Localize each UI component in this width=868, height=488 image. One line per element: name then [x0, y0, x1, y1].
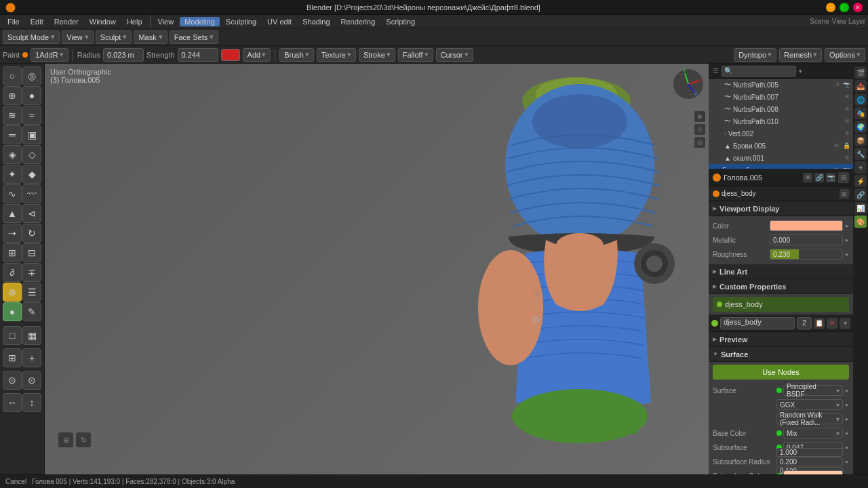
- tool-active[interactable]: ●: [3, 302, 22, 321]
- cancel-btn[interactable]: Cancel: [5, 478, 26, 485]
- tool-extra2[interactable]: ⊙: [22, 371, 41, 390]
- tool-pose[interactable]: ⊲: [22, 204, 41, 223]
- viewport-icon-3[interactable]: ◎: [694, 137, 705, 148]
- radius-r-val[interactable]: 1.000: [776, 448, 843, 457]
- subsurface-color-swatch[interactable]: [783, 470, 843, 474]
- tool-simplify[interactable]: ⊗: [3, 283, 22, 302]
- stroke-dropdown[interactable]: Stroke ▾: [359, 48, 395, 62]
- viewport-icon-1[interactable]: ⊕: [694, 111, 705, 122]
- outliner-item-nurbspath010[interactable]: 〜 NurbsPath.010 👁: [709, 115, 853, 127]
- mat-menu-btn[interactable]: ▾: [840, 318, 850, 329]
- tool-annotate[interactable]: □: [3, 326, 22, 345]
- eye-icon-6[interactable]: 👁: [833, 142, 840, 149]
- prop-icon-scene[interactable]: 🎭: [854, 107, 867, 119]
- expand-btn[interactable]: ⊞: [838, 172, 849, 183]
- obj-eye-btn[interactable]: 👁: [803, 173, 812, 182]
- outliner-item-nurbspath008[interactable]: 〜 NurbsPath.008 👁: [709, 103, 853, 115]
- color-expand[interactable]: ▸: [846, 222, 849, 229]
- menu-help[interactable]: Help: [122, 17, 147, 26]
- tool-multiplane[interactable]: ◇: [22, 145, 41, 164]
- viewport-display-header[interactable]: ▶ Viewport Display: [709, 201, 853, 216]
- use-nodes-button[interactable]: Use Nodes: [713, 365, 849, 380]
- tool-pinch[interactable]: ✦: [3, 165, 22, 184]
- obj-link-btn[interactable]: 🔗: [814, 173, 824, 182]
- add-r-dropdown[interactable]: 1AddR ▾: [31, 48, 68, 62]
- prop-icon-object[interactable]: 📦: [854, 134, 867, 146]
- prop-icon-world[interactable]: 🌍: [854, 121, 867, 133]
- eye-icon-7[interactable]: 👁: [844, 155, 850, 161]
- preview-header[interactable]: ▶ Preview: [709, 332, 853, 347]
- mat-copy-btn[interactable]: 📋: [814, 318, 825, 329]
- tool-move2[interactable]: ↕: [22, 393, 41, 412]
- outliner-item-nurbspath005[interactable]: 〜 NurbsPath.005 👁 📷: [709, 79, 853, 91]
- tool-move[interactable]: ↔: [3, 393, 22, 412]
- tool-rotate[interactable]: ↻: [22, 224, 41, 243]
- line-art-header[interactable]: ▶ Line Art: [709, 264, 853, 279]
- brush-dropdown[interactable]: Brush ▾: [279, 48, 314, 62]
- eye-icon-4[interactable]: 👁: [844, 118, 850, 125]
- bc-expand[interactable]: ▸: [846, 430, 849, 436]
- options-dropdown[interactable]: Options ▾: [825, 48, 865, 62]
- menu-scripting[interactable]: Scripting: [381, 17, 420, 26]
- menu-window[interactable]: Window: [85, 17, 121, 26]
- surface-header[interactable]: ▼ Surface: [709, 347, 853, 362]
- tool-view[interactable]: ⊞: [3, 348, 22, 367]
- ggx-dropdown[interactable]: GGX ▾: [776, 399, 843, 410]
- tool-boundary[interactable]: ∂: [3, 263, 22, 282]
- viewport[interactable]: User Orthographic (3) Голова.005: [45, 64, 709, 474]
- tool-scrape[interactable]: ◈: [3, 145, 22, 164]
- subs-expand[interactable]: ▸: [846, 444, 849, 451]
- camera-icon[interactable]: 📷: [843, 81, 850, 88]
- tool-annotate-line[interactable]: ▦: [22, 326, 41, 345]
- viewport-icon-2[interactable]: ⊙: [694, 124, 705, 135]
- sr-expand[interactable]: ▸: [846, 458, 849, 465]
- material-slot[interactable]: djess_body: [713, 297, 849, 312]
- prop-icon-physics[interactable]: ⚡: [854, 175, 867, 187]
- eye-icon[interactable]: 👁: [835, 81, 841, 88]
- menu-uv[interactable]: UV edit: [262, 17, 296, 26]
- menu-file[interactable]: File: [3, 17, 24, 26]
- prop-icon-modifier[interactable]: 🔧: [854, 148, 867, 160]
- menu-rendering[interactable]: Rendering: [336, 17, 380, 26]
- base-color-dropdown[interactable]: Mix ▾: [783, 428, 843, 439]
- radius-g-val[interactable]: 0.200: [776, 458, 843, 466]
- menu-sculpting[interactable]: Sculpting: [221, 17, 261, 26]
- gizmo-move[interactable]: ⊕: [58, 432, 73, 447]
- sculpt-mode-dropdown[interactable]: Sculpt Mode ▾: [3, 30, 60, 44]
- ggx-expand[interactable]: ▸: [846, 401, 849, 408]
- minimize-button[interactable]: ─: [826, 3, 835, 12]
- close-button[interactable]: ✕: [853, 3, 863, 12]
- sculpt-dropdown[interactable]: Sculpt ▾: [96, 30, 132, 44]
- outliner-item-brovi005[interactable]: ▲ Брови.005 👁 🔒: [709, 140, 853, 152]
- prop-icon-data[interactable]: 📊: [854, 202, 867, 214]
- metallic-expand[interactable]: ▸: [846, 237, 849, 243]
- menu-render[interactable]: Render: [50, 17, 83, 26]
- mask-dropdown[interactable]: Mask ▾: [134, 30, 167, 44]
- tool-cloth[interactable]: ∓: [22, 263, 41, 282]
- outliner-item-nurbspath007[interactable]: 〜 NurbsPath.007 👁: [709, 91, 853, 103]
- tool-crease[interactable]: ≋: [3, 106, 22, 125]
- menu-shading[interactable]: Shading: [298, 17, 334, 26]
- add-dropdown[interactable]: Add ▾: [243, 48, 271, 62]
- color-field[interactable]: [770, 220, 843, 231]
- mat-delete-btn[interactable]: ✕: [827, 318, 837, 329]
- surface-shader-dropdown[interactable]: Principled BSDF ▾: [783, 385, 843, 396]
- tool-nudge[interactable]: ⇢: [3, 224, 22, 243]
- cursor-dropdown[interactable]: Cursor ▾: [436, 48, 473, 62]
- sc-expand[interactable]: ▸: [846, 472, 849, 474]
- prop-icon-particles[interactable]: ✦: [854, 161, 867, 174]
- eye-icon-2[interactable]: 👁: [844, 94, 850, 100]
- tool-paint[interactable]: ✎: [22, 302, 41, 321]
- color-swatch[interactable]: [221, 49, 240, 61]
- strength-input[interactable]: 0.244: [178, 48, 218, 62]
- prop-icon-render[interactable]: 🎬: [854, 66, 867, 79]
- eye-icon-5[interactable]: 👁: [844, 130, 850, 137]
- custom-props-header[interactable]: ▶ Custom Properties: [709, 279, 853, 294]
- prop-icon-material[interactable]: 🎨: [854, 216, 867, 228]
- randwalk-dropdown[interactable]: Random Walk (Fixed Radi... ▾: [776, 413, 843, 424]
- tool-thumb[interactable]: ▲: [3, 204, 22, 223]
- tool-cursor[interactable]: +: [22, 348, 41, 367]
- radius-input[interactable]: 0.023 m: [103, 48, 144, 62]
- tool-elastic[interactable]: ∿: [3, 184, 22, 203]
- prop-icon-constraints[interactable]: 🔗: [854, 188, 867, 201]
